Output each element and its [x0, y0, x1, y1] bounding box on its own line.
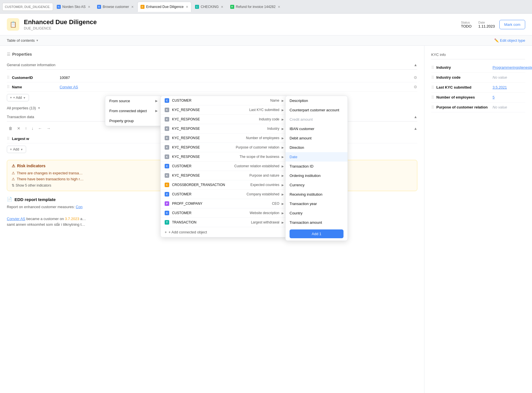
tab-close-norden[interactable]: × — [88, 5, 90, 9]
tab-refund[interactable]: R Refund for invoice 144282 × — [227, 2, 283, 12]
ctx-arrow-10: ▶ — [282, 193, 284, 196]
header-icon-emoji: 📋 — [10, 21, 17, 28]
ctx-field-0: Name — [229, 99, 282, 103]
drag-handle-customerid: ⠿ — [7, 75, 10, 80]
page-title: Enhanced Due Diligence — [24, 18, 447, 26]
ctx-prop-country[interactable]: Country — [286, 208, 347, 218]
tab-search-box[interactable]: CUSTOMER, DUE_DILIGENCE. — [2, 3, 53, 11]
toolbar-up-btn[interactable]: ↑ — [23, 125, 29, 132]
header-date: Date 1.11.2023 — [478, 21, 495, 28]
kyc-row-purpose: ⠿ Purpose of customer relation No value — [431, 103, 525, 112]
ctx-arrow-4: ▶ — [282, 137, 284, 140]
ctx-prop-transaction-id[interactable]: Transaction ID — [286, 162, 347, 171]
gear-customerid[interactable]: ⚙ — [414, 75, 417, 80]
ctx-row-1[interactable]: K KYC_RESPONSE Last KYC submitted ▶ — [161, 105, 288, 115]
edd-body-cont2: samt annen virksomhet som står i tilknyt… — [7, 222, 85, 227]
add-property-button[interactable]: + + Add ▼ — [7, 94, 29, 101]
tab-browse[interactable]: B Browse customer × — [94, 2, 137, 12]
toolbar-down-btn[interactable]: ↓ — [30, 125, 35, 132]
tab-close-browse[interactable]: × — [131, 5, 134, 9]
ctx-row-3[interactable]: K KYC_RESPONSE Industry ▶ — [161, 124, 288, 133]
ctx-row-13[interactable]: T TRANSACTION Largest withdrawal ▶ — [161, 218, 288, 227]
ctx-menu-from-source[interactable]: From source ▶ From connected object ▶ Pr… — [105, 96, 162, 126]
ctx-prop-debit[interactable]: Debit amount — [286, 133, 347, 143]
kyc-value-employees[interactable]: 5 — [493, 95, 495, 99]
edd-company-link[interactable]: Convier AS — [7, 217, 25, 221]
tab-close-edd[interactable]: × — [186, 5, 188, 9]
ctx-row-8[interactable]: K KYC_RESPONSE Purpose and nature ▶ — [161, 171, 288, 180]
ctx-row-2[interactable]: K KYC_RESPONSE Industry code ▶ — [161, 115, 288, 124]
ctx-row-9[interactable]: C CROSSBORDER_TRANSACTION Expected count… — [161, 180, 288, 190]
ctx-menu-properties[interactable]: Description Counterpart customer account… — [285, 96, 348, 241]
ctx-arrow-13: ▶ — [282, 221, 284, 224]
header-meta: Status TODO Date 1.11.2023 — [461, 21, 495, 28]
drag-kyc-last: ⠿ — [431, 85, 434, 90]
ctx-prop-iban[interactable]: IBAN customer — [286, 124, 347, 133]
tab-close-refund[interactable]: × — [278, 5, 280, 9]
toolbar-left-btn[interactable]: ← — [36, 125, 44, 132]
ctx-add-1-button[interactable]: Add 1 — [290, 229, 344, 238]
ctx-row-10[interactable]: C CUSTOMER Company established ▶ — [161, 190, 288, 199]
ctx-prop-credit[interactable]: Credit amount — [286, 115, 347, 124]
ctx-row-11[interactable]: P PROFF_COMPANY CEO ▶ — [161, 199, 288, 208]
ctx-prop-receiving[interactable]: Receiving institution — [286, 190, 347, 199]
ctx-type-12: CUSTOMER — [172, 211, 229, 215]
ctx-icon-4: K — [165, 136, 169, 140]
kyc-name-purpose: Purpose of customer relation — [436, 105, 490, 109]
ctx-type-1: KYC_RESPONSE — [172, 108, 229, 112]
ctx-row-7[interactable]: C CUSTOMER Customer relation established… — [161, 162, 288, 171]
add-btn-label: + Add — [13, 96, 22, 100]
kyc-row-last-kyc: ⠿ Last KYC submitted 3.5.2021 — [431, 83, 525, 93]
ctx-prop-tx-amount[interactable]: Transaction amount — [286, 218, 347, 227]
add-transaction-button[interactable]: + Add ▼ — [7, 146, 26, 153]
ctx-row-6[interactable]: K KYC_RESPONSE The scope of the business… — [161, 152, 288, 162]
ctx-prop-description[interactable]: Description — [286, 96, 347, 105]
tab-icon-checking: C — [195, 5, 199, 9]
toolbar-close-btn[interactable]: ✕ — [15, 125, 22, 132]
prop-value-name[interactable]: Convier AS — [60, 85, 78, 89]
edit-object-type-link[interactable]: ✏️ Edit object type — [494, 38, 525, 43]
add-connected-object-btn[interactable]: + + Add connected object — [161, 227, 288, 237]
toolbar-more-icon[interactable]: ▲ — [414, 126, 417, 131]
ctx-item-from-connected[interactable]: From connected object ▶ — [105, 106, 162, 116]
general-info-collapse-icon[interactable]: ▲ — [414, 63, 417, 67]
toolbar-delete-btn[interactable]: 🗑 — [7, 125, 14, 132]
ctx-row-12[interactable]: C CUSTOMER Website description ▶ — [161, 208, 288, 218]
ctx-row-5[interactable]: K KYC_RESPONSE Purpose of customer relat… — [161, 143, 288, 152]
ctx-prop-currency[interactable]: Currency — [286, 180, 347, 190]
tab-checking[interactable]: C CHECKING × — [192, 2, 227, 12]
ctx-row-0[interactable]: C CUSTOMER Name ▶ — [161, 96, 288, 105]
edd-desc-link[interactable]: Con — [76, 205, 83, 209]
gear-name[interactable]: ⚙ — [414, 85, 417, 89]
ctx-icon-3: K — [165, 126, 169, 131]
ctx-prop-tx-year[interactable]: Transaction year — [286, 199, 347, 208]
ctx-icon-13: T — [165, 220, 169, 225]
edd-body-cont: a… — [80, 217, 86, 221]
tab-bar: CUSTOMER, DUE_DILIGENCE. N Norden Sko AS… — [0, 0, 532, 14]
ctx-item-from-source[interactable]: From source ▶ — [105, 96, 162, 106]
drag-handle-name: ⠿ — [7, 85, 10, 89]
kyc-value-last-kyc[interactable]: 3.5.2021 — [493, 85, 507, 89]
transaction-collapse-icon[interactable]: ▲ — [414, 115, 417, 119]
toc-button[interactable]: Table of contents ▼ — [7, 38, 39, 43]
show-more-icon: ⇅ — [12, 183, 14, 187]
ctx-prop-date[interactable]: Date — [286, 152, 347, 162]
kyc-value-industry[interactable]: Programmeringstjeneste — [493, 65, 532, 70]
ctx-icon-12: C — [165, 211, 169, 215]
toolbar-right-btn[interactable]: → — [45, 125, 52, 132]
tab-norden[interactable]: N Norden Sko AS × — [54, 2, 93, 12]
all-props-chevron: ▼ — [38, 106, 41, 110]
mark-complete-button[interactable]: Mark com — [499, 20, 525, 29]
ctx-type-10: CUSTOMER — [172, 192, 229, 196]
ctx-menu-object-types[interactable]: C CUSTOMER Name ▶ K KYC_RESPONSE Last KY… — [160, 96, 288, 237]
ctx-field-11: CEO — [229, 202, 282, 206]
tab-close-checking[interactable]: × — [221, 5, 223, 9]
ctx-icon-0: C — [165, 98, 169, 103]
ctx-row-4[interactable]: K KYC_RESPONSE Number of employees ▶ — [161, 133, 288, 143]
tab-edd[interactable]: E Enhanced Due Diligence × — [137, 2, 191, 12]
ctx-prop-counterpart[interactable]: Counterpart customer account — [286, 105, 347, 115]
ctx-item-property-group[interactable]: Property group — [105, 116, 162, 126]
tab-search-text: CUSTOMER, DUE_DILIGENCE. — [5, 5, 51, 9]
ctx-prop-ordering[interactable]: Ordering institution — [286, 171, 347, 180]
ctx-prop-direction[interactable]: Direction — [286, 143, 347, 152]
